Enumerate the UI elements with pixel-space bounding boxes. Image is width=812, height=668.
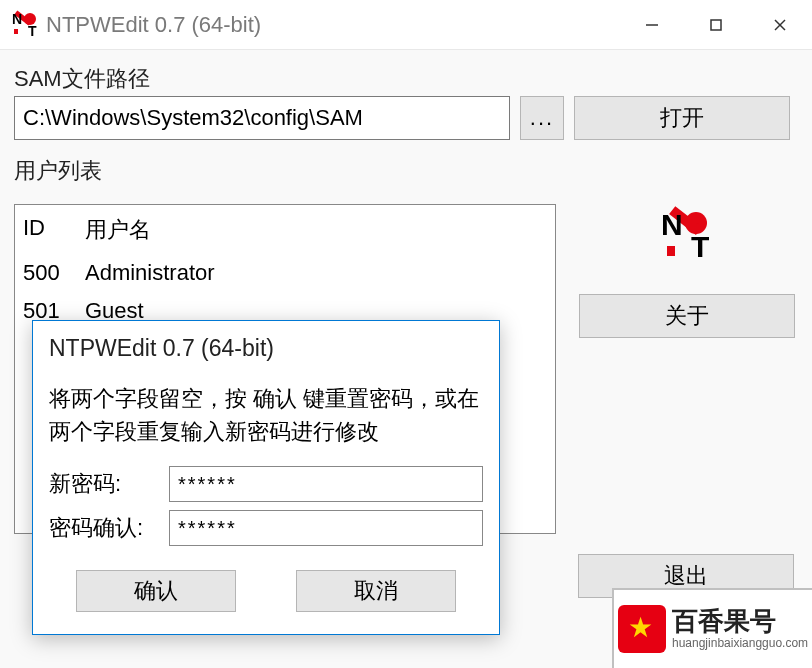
cell-name: Administrator [85,260,547,286]
confirm-password-label: 密码确认: [49,513,159,543]
watermark-title: 百香果号 [672,608,808,634]
cell-id: 500 [23,260,85,286]
about-button[interactable]: 关于 [579,294,795,338]
watermark-text: 百香果号 huangjinbaixiangguo.com [672,608,808,650]
close-button[interactable] [748,0,812,49]
dialog-buttons: 确认 取消 [33,550,499,634]
minimize-button[interactable] [620,0,684,49]
watermark: ★ 百香果号 huangjinbaixiangguo.com [612,588,812,668]
titlebar: NT NTPWEdit 0.7 (64-bit) [0,0,812,50]
dialog-message: 将两个字段留空，按 确认 键重置密码，或在两个字段重复输入新密码进行修改 [33,370,499,452]
cancel-button[interactable]: 取消 [296,570,456,612]
window-controls [620,0,812,49]
confirm-password-input[interactable] [169,510,483,546]
confirm-password-row: 密码确认: [33,506,499,550]
maximize-button[interactable] [684,0,748,49]
open-button[interactable]: 打开 [574,96,790,140]
ok-button[interactable]: 确认 [76,570,236,612]
svg-rect-1 [711,20,721,30]
right-column: NT 关于 [576,204,798,338]
new-password-input[interactable] [169,466,483,502]
browse-button[interactable]: ... [520,96,564,140]
password-dialog: NTPWEdit 0.7 (64-bit) 将两个字段留空，按 确认 键重置密码… [32,320,500,635]
app-logo-icon: NT [657,210,717,266]
table-row[interactable]: 500 Administrator [15,254,555,292]
sam-path-label: SAM文件路径 [14,64,798,94]
sam-path-input[interactable] [14,96,510,140]
new-password-row: 新密码: [33,462,499,506]
window-title: NTPWEdit 0.7 (64-bit) [46,12,620,38]
user-list-header: ID 用户名 [15,215,555,254]
watermark-url: huangjinbaixiangguo.com [672,636,808,650]
dialog-title: NTPWEdit 0.7 (64-bit) [33,321,499,370]
new-password-label: 新密码: [49,469,159,499]
watermark-icon: ★ [618,605,666,653]
column-username: 用户名 [85,215,547,245]
path-row: ... 打开 [14,96,798,140]
app-icon: NT [10,11,38,39]
column-id: ID [23,215,85,245]
user-list-label: 用户列表 [14,156,798,186]
